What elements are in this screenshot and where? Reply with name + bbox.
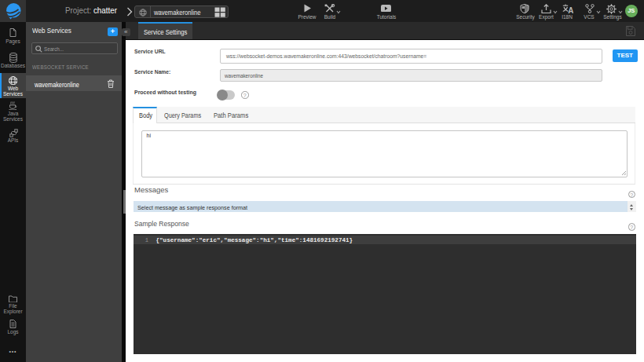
svg-text:A: A [568, 6, 573, 14]
